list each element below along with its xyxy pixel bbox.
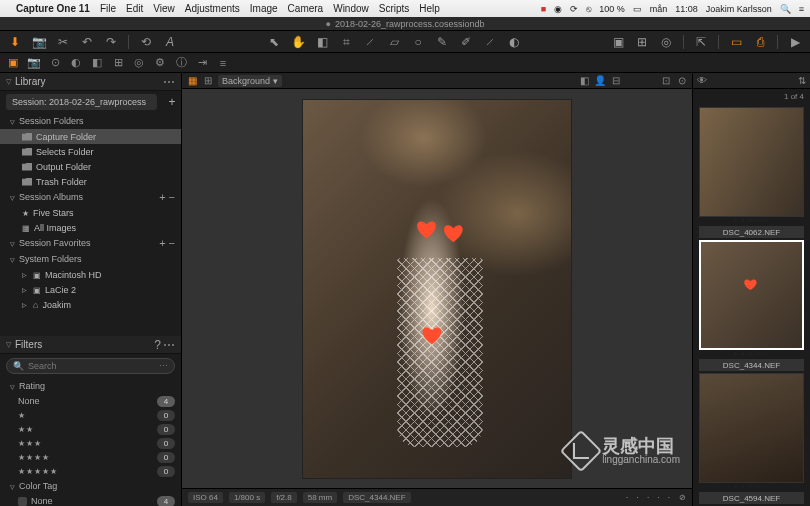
- thumbnail[interactable]: · · · · ·DSC_4344.NEF: [699, 240, 804, 371]
- external-icon[interactable]: ⇱: [692, 34, 710, 50]
- remove-album-button[interactable]: −: [169, 191, 175, 203]
- thumb-rating-dots[interactable]: · · · · ·: [699, 483, 804, 492]
- session-selector[interactable]: Session: 2018-02-26_rawprocess: [6, 94, 157, 110]
- import-button[interactable]: ⬇: [6, 34, 24, 50]
- add-album-button[interactable]: +: [159, 191, 165, 203]
- keystone-tool[interactable]: ▱: [385, 34, 403, 50]
- session-albums-header[interactable]: ▽Session Albums +−: [0, 189, 181, 205]
- print-button[interactable]: ⎙: [751, 34, 769, 50]
- add-fav-button[interactable]: +: [159, 237, 165, 249]
- menu-help[interactable]: Help: [419, 3, 440, 14]
- compare-icon[interactable]: ⊟: [610, 75, 622, 87]
- zoom-fit-icon[interactable]: ⊙: [676, 75, 688, 87]
- tab-batch[interactable]: ≡: [216, 56, 230, 70]
- menu-view[interactable]: View: [153, 3, 175, 14]
- camera-icon[interactable]: 📷: [30, 34, 48, 50]
- layer-selector[interactable]: Background ▾: [218, 75, 282, 87]
- filters-help-icon[interactable]: ?: [154, 338, 161, 352]
- thumbnail[interactable]: · · · · ·DSC_4594.NEF: [699, 373, 804, 504]
- rating-filter-row[interactable]: ★0: [0, 408, 181, 422]
- tab-exposure[interactable]: ◧: [90, 56, 104, 70]
- viewer-canvas[interactable]: [182, 89, 692, 488]
- tree-home[interactable]: ▷Joakim: [0, 297, 181, 312]
- tab-lens[interactable]: ⊙: [48, 56, 62, 70]
- dropbox-icon[interactable]: ◉: [554, 4, 562, 14]
- menu-image[interactable]: Image: [250, 3, 278, 14]
- session-folders-header[interactable]: ▽Session Folders: [0, 113, 181, 129]
- tree-capture-folder[interactable]: Capture Folder: [0, 129, 181, 144]
- browser-sort-icon[interactable]: ⇅: [798, 75, 806, 86]
- brush-tool[interactable]: ✎: [433, 34, 451, 50]
- rating-filter-row[interactable]: None4: [0, 394, 181, 408]
- tree-output-folder[interactable]: Output Folder: [0, 159, 181, 174]
- user-icon[interactable]: 👤: [594, 75, 606, 87]
- status-time[interactable]: 11:08: [675, 4, 698, 14]
- tab-metadata[interactable]: ⓘ: [174, 56, 188, 70]
- text-tool-icon[interactable]: A: [161, 34, 179, 50]
- spot-tool[interactable]: ○: [409, 34, 427, 50]
- sync-icon[interactable]: ⟳: [570, 4, 578, 14]
- session-favorites-header[interactable]: ▽Session Favorites +−: [0, 235, 181, 251]
- menu-adjustments[interactable]: Adjustments: [185, 3, 240, 14]
- tree-trash-folder[interactable]: Trash Folder: [0, 174, 181, 189]
- color-tag-filter-row[interactable]: None4: [0, 494, 181, 506]
- spotlight-icon[interactable]: 🔍: [780, 4, 791, 14]
- straighten-tool[interactable]: ⟋: [361, 34, 379, 50]
- tab-library[interactable]: ▣: [6, 56, 20, 70]
- cursor-tool[interactable]: ⬉: [265, 34, 283, 50]
- tab-output[interactable]: ⇥: [195, 56, 209, 70]
- rating-filter-row[interactable]: ★★0: [0, 422, 181, 436]
- thumb-rating-dots[interactable]: · · · · ·: [699, 350, 804, 359]
- status-day[interactable]: mån: [650, 4, 668, 14]
- tab-color[interactable]: ◐: [69, 56, 83, 70]
- filters-menu-icon[interactable]: ⋯: [163, 338, 175, 352]
- tab-local[interactable]: ◎: [132, 56, 146, 70]
- library-panel-header[interactable]: ▽ Library ⋯: [0, 73, 181, 91]
- layers-icon[interactable]: ◧: [313, 34, 331, 50]
- remove-fav-button[interactable]: −: [169, 237, 175, 249]
- tree-lacie[interactable]: ▷LaCie 2: [0, 282, 181, 297]
- process-button[interactable]: ▭: [727, 34, 745, 50]
- filters-panel-header[interactable]: ▽Filters ?⋯: [0, 336, 181, 354]
- tab-capture[interactable]: 📷: [27, 56, 41, 70]
- tab-details[interactable]: ⊞: [111, 56, 125, 70]
- eyedropper-tool[interactable]: ✐: [457, 34, 475, 50]
- system-folders-header[interactable]: ▽System Folders: [0, 251, 181, 267]
- add-session-button[interactable]: +: [163, 95, 181, 109]
- menu-scripts[interactable]: Scripts: [379, 3, 410, 14]
- color-tag-none-icon[interactable]: ⊘: [679, 493, 686, 502]
- wifi-icon[interactable]: ⎋: [586, 4, 591, 14]
- panel-menu-icon[interactable]: ⋯: [163, 75, 175, 89]
- reset-icon[interactable]: ⟲: [137, 34, 155, 50]
- hand-tool[interactable]: ✋: [289, 34, 307, 50]
- label-icon[interactable]: ⊡: [660, 75, 672, 87]
- color-tag-header[interactable]: ▽Color Tag: [0, 478, 181, 494]
- slideshow-icon[interactable]: ▶: [786, 34, 804, 50]
- rating-filter-row[interactable]: ★★★0: [0, 436, 181, 450]
- exposure-warn-icon[interactable]: ▣: [609, 34, 627, 50]
- rating-header[interactable]: ▽Rating: [0, 378, 181, 394]
- grid-icon[interactable]: ⊞: [633, 34, 651, 50]
- search-input[interactable]: 🔍 Search ⋯: [6, 358, 175, 374]
- app-name[interactable]: Capture One 11: [16, 3, 90, 14]
- status-user[interactable]: Joakim Karlsson: [706, 4, 772, 14]
- status-icon[interactable]: ■: [541, 4, 546, 14]
- thumb-rating-dots[interactable]: · · · · ·: [699, 217, 804, 226]
- focus-mask-icon[interactable]: ◎: [657, 34, 675, 50]
- view-single-icon[interactable]: ▦: [186, 75, 198, 87]
- tree-all-images[interactable]: All Images: [0, 220, 181, 235]
- undo-button[interactable]: ↶: [78, 34, 96, 50]
- gradient-tool[interactable]: ⟋: [481, 34, 499, 50]
- search-menu-icon[interactable]: ⋯: [159, 361, 168, 371]
- view-multi-icon[interactable]: ⊞: [202, 75, 214, 87]
- rating-filter-row[interactable]: ★★★★0: [0, 450, 181, 464]
- rating-dots[interactable]: · · · · ·: [626, 493, 673, 502]
- browser-view-icon[interactable]: 👁: [697, 75, 707, 86]
- menu-window[interactable]: Window: [333, 3, 369, 14]
- tab-adjust[interactable]: ⚙: [153, 56, 167, 70]
- eraser-tool[interactable]: ◐: [505, 34, 523, 50]
- proof-icon[interactable]: ◧: [578, 75, 590, 87]
- menu-edit[interactable]: Edit: [126, 3, 143, 14]
- cut-icon[interactable]: ✂: [54, 34, 72, 50]
- tree-five-stars[interactable]: Five Stars: [0, 205, 181, 220]
